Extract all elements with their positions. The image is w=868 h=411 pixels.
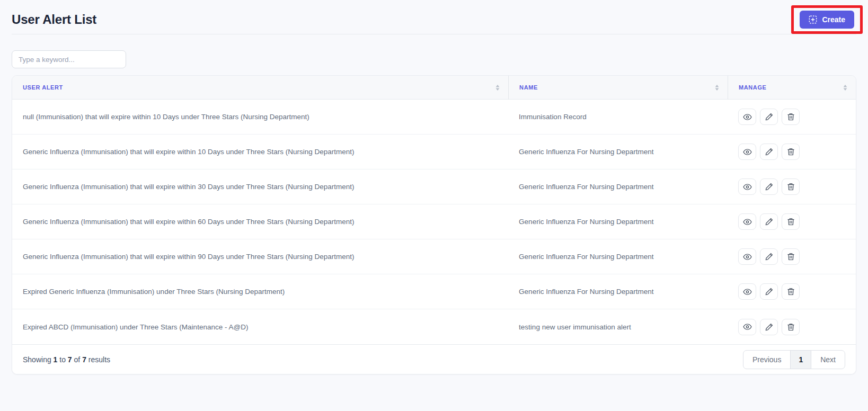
user-alert-list-page: User Alert List Create bbox=[0, 0, 868, 411]
name-cell: Generic Influenza For Nursing Department bbox=[508, 135, 728, 169]
delete-button[interactable] bbox=[782, 213, 800, 230]
eye-icon bbox=[743, 218, 752, 226]
summary-text: of bbox=[74, 355, 81, 364]
manage-cell bbox=[728, 169, 856, 204]
table-footer: Showing 1 to 7 of 7 results Previous 1 N… bbox=[12, 344, 856, 374]
sort-arrows-icon[interactable] bbox=[715, 85, 719, 91]
eye-icon bbox=[743, 323, 752, 330]
trash-icon bbox=[787, 218, 795, 226]
manage-cell bbox=[728, 135, 856, 169]
trash-icon bbox=[787, 253, 795, 261]
user-alert-cell: Generic Influenza (Immunisation) that wi… bbox=[12, 135, 508, 169]
eye-icon bbox=[743, 253, 752, 261]
create-button[interactable]: Create bbox=[800, 11, 854, 29]
user-alert-cell: Generic Influenza (Immunisation) that wi… bbox=[12, 239, 508, 274]
next-page-button[interactable]: Next bbox=[811, 350, 845, 369]
user-alert-cell: Generic Influenza (Immunisation) that wi… bbox=[12, 169, 508, 204]
edit-button[interactable] bbox=[760, 178, 778, 195]
view-button[interactable] bbox=[738, 178, 756, 195]
user-alert-table: USER ALERT NAME bbox=[12, 76, 856, 344]
table-row: Expired Generic Influenza (Immunisation)… bbox=[12, 274, 856, 309]
edit-button[interactable] bbox=[760, 283, 778, 300]
table-row: Expired ABCD (Immunisation) under Three … bbox=[12, 309, 856, 344]
trash-icon bbox=[787, 113, 795, 121]
eye-icon bbox=[743, 113, 752, 121]
header-divider bbox=[12, 34, 856, 34]
sort-arrows-icon[interactable] bbox=[843, 85, 847, 91]
delete-button[interactable] bbox=[782, 144, 800, 160]
name-cell: testing new user immunisation alert bbox=[508, 309, 728, 344]
column-header-manage[interactable]: MANAGE bbox=[728, 76, 856, 100]
name-cell: Immunisation Record bbox=[508, 100, 728, 135]
table-row: Generic Influenza (Immunisation) that wi… bbox=[12, 169, 856, 204]
table-row: Generic Influenza (Immunisation) that wi… bbox=[12, 204, 856, 239]
user-alert-cell: null (Immunisation) that will expire wit… bbox=[12, 100, 508, 135]
plus-square-icon bbox=[809, 15, 817, 24]
search-input[interactable] bbox=[12, 50, 126, 68]
delete-button[interactable] bbox=[782, 283, 800, 300]
summary-to: 7 bbox=[68, 355, 72, 364]
eye-icon bbox=[743, 148, 752, 156]
pencil-icon bbox=[765, 183, 773, 191]
view-button[interactable] bbox=[738, 109, 756, 125]
edit-button[interactable] bbox=[760, 319, 778, 335]
user-alert-cell: Expired Generic Influenza (Immunisation)… bbox=[12, 274, 508, 309]
view-button[interactable] bbox=[738, 319, 756, 335]
column-header-user-alert[interactable]: USER ALERT bbox=[12, 76, 508, 100]
edit-button[interactable] bbox=[760, 109, 778, 125]
delete-button[interactable] bbox=[782, 319, 800, 335]
name-cell: Generic Influenza For Nursing Department bbox=[508, 274, 728, 309]
pagination-controls: Previous 1 Next bbox=[743, 350, 845, 369]
user-alert-table-card: USER ALERT NAME bbox=[12, 75, 856, 374]
edit-button[interactable] bbox=[760, 248, 778, 265]
view-button[interactable] bbox=[738, 283, 756, 300]
column-header-label: MANAGE bbox=[739, 84, 767, 91]
previous-page-button[interactable]: Previous bbox=[743, 350, 791, 369]
summary-total: 7 bbox=[82, 355, 86, 364]
column-header-label: USER ALERT bbox=[23, 84, 63, 91]
table-row: Generic Influenza (Immunisation) that wi… bbox=[12, 135, 856, 169]
table-row: Generic Influenza (Immunisation) that wi… bbox=[12, 239, 856, 274]
edit-button[interactable] bbox=[760, 213, 778, 230]
table-row: null (Immunisation) that will expire wit… bbox=[12, 100, 856, 135]
top-bar: User Alert List Create bbox=[0, 0, 868, 34]
manage-cell bbox=[728, 274, 856, 309]
pencil-icon bbox=[765, 323, 773, 331]
trash-icon bbox=[787, 183, 795, 191]
delete-button[interactable] bbox=[782, 109, 800, 125]
delete-button[interactable] bbox=[782, 178, 800, 195]
page-number-button[interactable]: 1 bbox=[790, 350, 811, 369]
summary-from: 1 bbox=[54, 355, 58, 364]
edit-button[interactable] bbox=[760, 144, 778, 160]
pencil-icon bbox=[765, 113, 773, 121]
trash-icon bbox=[787, 148, 795, 156]
manage-cell bbox=[728, 100, 856, 135]
page-title: User Alert List bbox=[12, 12, 96, 27]
pencil-icon bbox=[765, 253, 773, 261]
delete-button[interactable] bbox=[782, 248, 800, 265]
user-alert-cell: Generic Influenza (Immunisation) that wi… bbox=[12, 204, 508, 239]
pencil-icon bbox=[765, 148, 773, 156]
pencil-icon bbox=[765, 288, 773, 296]
manage-cell bbox=[728, 309, 856, 344]
view-button[interactable] bbox=[738, 213, 756, 230]
manage-cell bbox=[728, 239, 856, 274]
summary-text: results bbox=[88, 355, 110, 364]
create-button-label: Create bbox=[822, 15, 845, 24]
pencil-icon bbox=[765, 218, 773, 226]
summary-text: to bbox=[59, 355, 66, 364]
sort-arrows-icon[interactable] bbox=[495, 85, 500, 91]
table-header-row: USER ALERT NAME bbox=[12, 76, 856, 100]
manage-cell bbox=[728, 204, 856, 239]
annotation-highlight-box: Create bbox=[791, 5, 863, 34]
view-button[interactable] bbox=[738, 248, 756, 265]
view-button[interactable] bbox=[738, 144, 756, 160]
name-cell: Generic Influenza For Nursing Department bbox=[508, 204, 728, 239]
summary-text: Showing bbox=[23, 355, 51, 364]
table-body: null (Immunisation) that will expire wit… bbox=[12, 100, 856, 344]
column-header-label: NAME bbox=[519, 84, 538, 91]
user-alert-cell: Expired ABCD (Immunisation) under Three … bbox=[12, 309, 508, 344]
trash-icon bbox=[787, 288, 795, 296]
column-header-name[interactable]: NAME bbox=[508, 76, 728, 100]
results-summary: Showing 1 to 7 of 7 results bbox=[23, 355, 110, 364]
